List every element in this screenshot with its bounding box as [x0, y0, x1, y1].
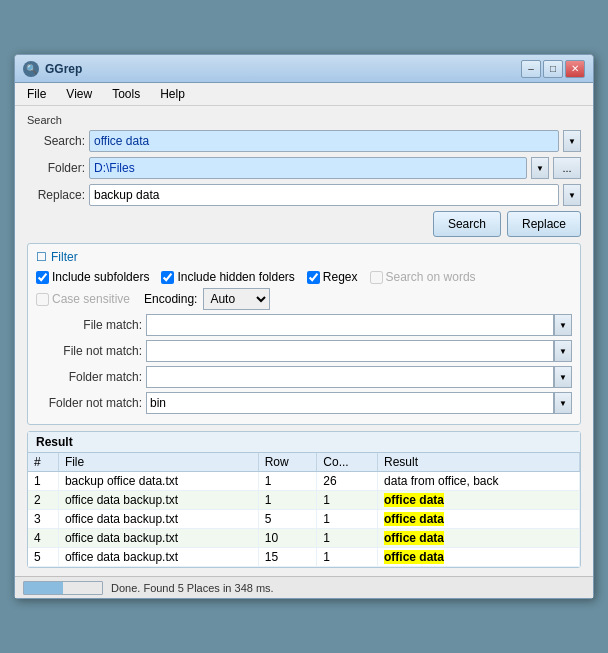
- col-num: #: [28, 453, 58, 472]
- file-match-label: File match:: [36, 318, 146, 332]
- cell-row: 5: [258, 510, 317, 529]
- include-subfolders-checkbox[interactable]: Include subfolders: [36, 270, 149, 284]
- encoding-row: Case sensitive Encoding: Auto UTF-8 UTF-…: [36, 288, 572, 310]
- folder-input[interactable]: [89, 157, 527, 179]
- folder-match-dropdown[interactable]: ▼: [554, 366, 572, 388]
- status-message: Done. Found 5 Places in 348 ms.: [111, 582, 274, 594]
- folder-not-match-dropdown[interactable]: ▼: [554, 392, 572, 414]
- filter-title[interactable]: ☐ Filter: [36, 250, 572, 264]
- table-row[interactable]: 4office data backup.txt101office data: [28, 529, 580, 548]
- encoding-select[interactable]: Auto UTF-8 UTF-16 ANSI: [203, 288, 270, 310]
- cell-col: 1: [317, 548, 378, 567]
- cell-col: 1: [317, 529, 378, 548]
- menu-tools[interactable]: Tools: [104, 85, 148, 103]
- cell-result: office data: [378, 548, 580, 567]
- progress-bar: [23, 581, 103, 595]
- folder-not-match-input[interactable]: [146, 392, 554, 414]
- folder-match-label: Folder match:: [36, 370, 146, 384]
- filter-label: Filter: [51, 250, 78, 264]
- menu-help[interactable]: Help: [152, 85, 193, 103]
- cell-result: office data: [378, 529, 580, 548]
- col-result: Result: [378, 453, 580, 472]
- search-section-label: Search: [27, 114, 581, 126]
- file-match-input[interactable]: [146, 314, 554, 336]
- menu-bar: File View Tools Help: [15, 83, 593, 106]
- close-button[interactable]: ✕: [565, 60, 585, 78]
- maximize-button[interactable]: □: [543, 60, 563, 78]
- filter-section: ☐ Filter Include subfolders Include hidd…: [27, 243, 581, 425]
- browse-button[interactable]: ...: [553, 157, 581, 179]
- search-dropdown-btn[interactable]: ▼: [563, 130, 581, 152]
- cell-file: office data backup.txt: [58, 529, 258, 548]
- cell-result: office data: [378, 491, 580, 510]
- cell-num: 3: [28, 510, 58, 529]
- cell-file: backup office data.txt: [58, 472, 258, 491]
- search-on-words-checkbox[interactable]: Search on words: [370, 270, 476, 284]
- cell-num: 1: [28, 472, 58, 491]
- regex-checkbox[interactable]: Regex: [307, 270, 358, 284]
- main-content: Search Search: ▼ Folder: ▼ ... Replace: …: [15, 106, 593, 576]
- cell-col: 26: [317, 472, 378, 491]
- search-label: Search:: [27, 134, 85, 148]
- result-table: # File Row Co... Result 1backup office d…: [28, 453, 580, 567]
- cell-file: office data backup.txt: [58, 510, 258, 529]
- menu-view[interactable]: View: [58, 85, 100, 103]
- action-row: Search Replace: [27, 211, 581, 237]
- replace-row: Replace: ▼: [27, 184, 581, 206]
- include-hidden-checkbox[interactable]: Include hidden folders: [161, 270, 294, 284]
- cell-result: office data: [378, 510, 580, 529]
- table-row[interactable]: 3office data backup.txt51office data: [28, 510, 580, 529]
- cell-row: 15: [258, 548, 317, 567]
- file-not-match-dropdown[interactable]: ▼: [554, 340, 572, 362]
- replace-label: Replace:: [27, 188, 85, 202]
- replace-button[interactable]: Replace: [507, 211, 581, 237]
- folder-row: Folder: ▼ ...: [27, 157, 581, 179]
- filter-checkboxes-row1: Include subfolders Include hidden folder…: [36, 270, 572, 284]
- folder-match-row: Folder match: ▼: [36, 366, 572, 388]
- menu-file[interactable]: File: [19, 85, 54, 103]
- cell-file: office data backup.txt: [58, 548, 258, 567]
- result-title: Result: [28, 432, 580, 453]
- folder-not-match-label: Folder not match:: [36, 396, 146, 410]
- search-row: Search: ▼: [27, 130, 581, 152]
- folder-match-input[interactable]: [146, 366, 554, 388]
- cell-num: 4: [28, 529, 58, 548]
- cell-result: data from office, back: [378, 472, 580, 491]
- app-icon: 🔍: [23, 61, 39, 77]
- table-row[interactable]: 1backup office data.txt126data from offi…: [28, 472, 580, 491]
- filter-collapse-icon: ☐: [36, 250, 47, 264]
- search-input[interactable]: [89, 130, 559, 152]
- cell-row: 1: [258, 491, 317, 510]
- col-row: Row: [258, 453, 317, 472]
- folder-not-match-row: Folder not match: ▼: [36, 392, 572, 414]
- case-sensitive-checkbox[interactable]: Case sensitive: [36, 292, 130, 306]
- col-file: File: [58, 453, 258, 472]
- file-not-match-input[interactable]: [146, 340, 554, 362]
- table-header-row: # File Row Co... Result: [28, 453, 580, 472]
- file-not-match-label: File not match:: [36, 344, 146, 358]
- cell-file: office data backup.txt: [58, 491, 258, 510]
- file-match-dropdown[interactable]: ▼: [554, 314, 572, 336]
- cell-row: 1: [258, 472, 317, 491]
- cell-row: 10: [258, 529, 317, 548]
- folder-dropdown-btn[interactable]: ▼: [531, 157, 549, 179]
- folder-label: Folder:: [27, 161, 85, 175]
- cell-num: 5: [28, 548, 58, 567]
- replace-dropdown-btn[interactable]: ▼: [563, 184, 581, 206]
- encoding-label: Encoding:: [144, 292, 197, 306]
- cell-num: 2: [28, 491, 58, 510]
- file-match-row: File match: ▼: [36, 314, 572, 336]
- col-col: Co...: [317, 453, 378, 472]
- result-section: Result # File Row Co... Result 1backup o…: [27, 431, 581, 568]
- minimize-button[interactable]: –: [521, 60, 541, 78]
- main-window: 🔍 GGrep – □ ✕ File View Tools Help Searc…: [14, 54, 594, 599]
- table-row[interactable]: 5office data backup.txt151office data: [28, 548, 580, 567]
- cell-col: 1: [317, 510, 378, 529]
- table-row[interactable]: 2office data backup.txt11office data: [28, 491, 580, 510]
- title-bar: 🔍 GGrep – □ ✕: [15, 55, 593, 83]
- status-bar: Done. Found 5 Places in 348 ms.: [15, 576, 593, 598]
- window-title: GGrep: [45, 62, 521, 76]
- file-not-match-row: File not match: ▼: [36, 340, 572, 362]
- replace-input[interactable]: [89, 184, 559, 206]
- search-button[interactable]: Search: [433, 211, 501, 237]
